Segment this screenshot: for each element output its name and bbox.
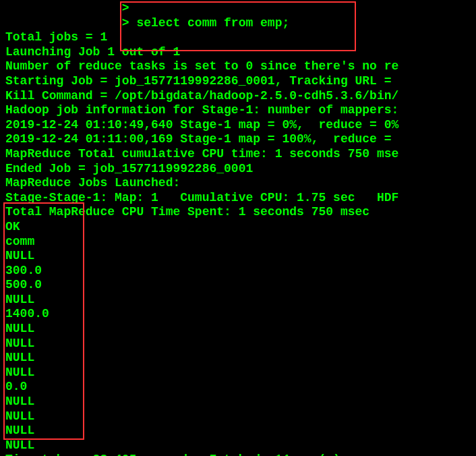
result-row: NULL: [5, 337, 471, 351]
result-row: NULL: [5, 366, 471, 380]
result-row: 300.0: [5, 264, 471, 279]
output-line: 2019-12-24 01:10:49,640 Stage-1 map = 0%…: [5, 118, 471, 133]
output-line: Ended Job = job_1577119992286_0001: [5, 162, 471, 177]
output-line: Kill Command = /opt/bigdata/hadoop-2.5.0…: [5, 89, 471, 104]
result-row: 0.0: [5, 380, 471, 395]
output-line: Total jobs = 1: [5, 30, 471, 45]
result-row: 500.0: [5, 278, 471, 293]
output-line: MapReduce Jobs Launched:: [5, 176, 471, 191]
result-row: NULL: [5, 293, 471, 308]
result-row: NULL: [5, 395, 471, 409]
prompt-line-2: > select comm from emp;: [5, 16, 471, 31]
output-line: OK: [5, 220, 471, 235]
result-row: NULL: [5, 249, 471, 264]
result-row: 1400.0: [5, 307, 471, 322]
output-line: Launching Job 1 out of 1: [5, 45, 471, 60]
output-line: Number of reduce tasks is set to 0 since…: [5, 59, 471, 74]
output-line: Hadoop job information for Stage-1: numb…: [5, 103, 471, 118]
result-row: NULL: [5, 409, 471, 424]
output-line: Total MapReduce CPU Time Spent: 1 second…: [5, 205, 471, 220]
output-line: Stage-Stage-1: Map: 1 Cumulative CPU: 1.…: [5, 191, 471, 206]
output-line: MapReduce Total cumulative CPU time: 1 s…: [5, 147, 471, 162]
result-row: NULL: [5, 438, 471, 453]
result-row: NULL: [5, 322, 471, 337]
output-line: Starting Job = job_1577119992286_0001, T…: [5, 74, 471, 89]
prompt-line-1: >: [5, 1, 471, 16]
result-row: NULL: [5, 351, 471, 366]
result-row: NULL: [5, 424, 471, 438]
output-line: 2019-12-24 01:11:00,169 Stage-1 map = 10…: [5, 132, 471, 147]
result-header: comm: [5, 235, 471, 250]
footer-line: Time taken: 28.405 seconds, Fetched: 14 …: [5, 453, 471, 456]
